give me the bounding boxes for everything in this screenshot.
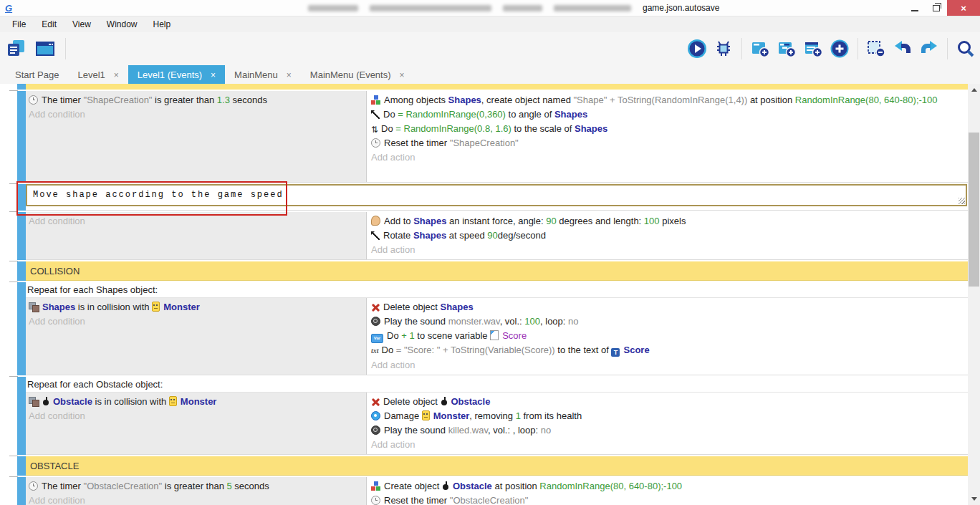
add-comment-button[interactable]	[802, 38, 824, 59]
text-segment: an instant force, angle:	[446, 216, 546, 226]
scene-editor-button[interactable]	[34, 38, 56, 59]
events-sheet: The timer "ShapeCreation" is greater tha…	[0, 84, 968, 505]
redo-button[interactable]	[918, 38, 940, 59]
action[interactable]: Add to Shapes an instant force, angle: 9…	[371, 214, 964, 229]
event-selection-bar[interactable]	[17, 261, 26, 281]
tab-label: Level1 (Events)	[138, 69, 202, 80]
event-selection-bar[interactable]	[17, 377, 26, 455]
repeat-event-header[interactable]: Repeat for each Shapes object:	[26, 282, 968, 298]
action[interactable]: Play the sound monster.wav, vol.: 100, l…	[371, 314, 964, 329]
comment-banner[interactable]: COLLISION	[26, 261, 968, 281]
actions-column[interactable]: Among objects Shapes, create object name…	[366, 91, 968, 182]
event-selection-bar[interactable]	[17, 456, 26, 476]
text-segment: Reset the timer	[384, 495, 450, 505]
menu-help[interactable]: Help	[145, 16, 179, 32]
text-segment: "ShapeCreation"	[450, 138, 519, 148]
scrollbar-up-button[interactable]	[968, 84, 980, 96]
close-button[interactable]: ×	[947, 0, 980, 16]
tab-close-icon[interactable]: ×	[114, 70, 119, 80]
conditions-column[interactable]: The timer "ShapeCreation" is greater tha…	[26, 91, 366, 182]
action[interactable]: Delete object Obstacle	[371, 395, 964, 409]
condition[interactable]: Obstacle is in collision with Monster	[29, 395, 362, 409]
add-condition-button[interactable]: Add condition	[29, 409, 362, 423]
event-selection-bar[interactable]	[17, 91, 26, 183]
repeat-event-header[interactable]: Repeat for each Obstacle object:	[26, 377, 968, 393]
add-condition-button[interactable]: Add condition	[29, 494, 362, 505]
tab-mainmenu-events[interactable]: MainMenu (Events) ×	[301, 65, 414, 85]
add-action-button[interactable]: Add action	[371, 358, 964, 372]
add-condition-button[interactable]: Add condition	[29, 314, 362, 329]
conditions-column[interactable]: The timer "ObstacleCreation" is greater …	[26, 477, 366, 505]
event-selection-bar[interactable]	[17, 84, 26, 90]
tab-start-page[interactable]: Start Page	[6, 65, 68, 85]
tab-mainmenu[interactable]: MainMenu ×	[225, 65, 301, 85]
tab-level1[interactable]: Level1 ×	[68, 65, 128, 85]
text-segment: 100	[524, 316, 540, 327]
add-action-button[interactable]: Add action	[371, 438, 964, 452]
restore-button[interactable]	[926, 0, 947, 16]
event-selection-bar[interactable]	[17, 282, 26, 375]
tab-label: MainMenu	[234, 69, 278, 80]
action[interactable]: Delete object Shapes	[371, 300, 964, 314]
scrollbar-thumb[interactable]	[969, 133, 979, 287]
text-segment: Play the sound	[384, 316, 448, 327]
play-button[interactable]	[686, 38, 708, 59]
undo-button[interactable]	[892, 38, 913, 59]
tab-close-icon[interactable]: ×	[400, 70, 405, 80]
text-segment: = RandomInRange(0,360)	[398, 109, 506, 120]
remove-event-button[interactable]	[865, 38, 887, 59]
tab-level1-events[interactable]: Level1 (Events) ×	[128, 65, 225, 85]
timer-icon	[29, 95, 38, 105]
conditions-column[interactable]: Add condition	[26, 212, 366, 259]
menu-view[interactable]: View	[64, 16, 99, 32]
action[interactable]: Damage Monster, removing 1 from its heal…	[371, 409, 964, 423]
action[interactable]: Create object Obstacle at position Rando…	[371, 479, 964, 494]
action[interactable]: Reset the timer "ObstacleCreation"	[371, 494, 964, 505]
conditions-column[interactable]: Shapes is in collision with MonsterAdd c…	[26, 298, 366, 375]
add-subevent-button[interactable]	[776, 38, 797, 59]
debug-button[interactable]	[713, 38, 734, 59]
action[interactable]: ⇅Do = RandomInRange(0.8, 1.6) to the sca…	[371, 122, 964, 136]
vertical-scrollbar[interactable]	[968, 84, 980, 505]
text-segment: Shapes	[441, 302, 474, 312]
event-selection-bar[interactable]	[17, 477, 26, 505]
minimize-button[interactable]	[904, 0, 926, 16]
event-selection-bar[interactable]	[17, 184, 26, 211]
condition[interactable]: Shapes is in collision with Monster	[29, 300, 362, 314]
menu-window[interactable]: Window	[99, 16, 145, 32]
add-event-button[interactable]	[749, 38, 771, 59]
add-condition-button[interactable]: Add condition	[29, 107, 362, 122]
event-selection-bar[interactable]	[17, 212, 26, 260]
actions-column[interactable]: Add to Shapes an instant force, angle: 9…	[366, 212, 968, 259]
add-action-button[interactable]: Add action	[371, 243, 964, 257]
actions-column[interactable]: Create object Obstacle at position Rando…	[366, 477, 968, 505]
action[interactable]: Do = RandomInRange(0,360) to angle of Sh…	[371, 107, 964, 122]
action[interactable]: Among objects Shapes, create object name…	[371, 93, 964, 107]
actions-column[interactable]: Delete object ShapesPlay the sound monst…	[366, 298, 968, 375]
add-condition-button[interactable]: Add condition	[29, 214, 362, 229]
close-icon: ×	[961, 3, 966, 14]
text-segment: , vol.:	[500, 316, 525, 327]
add-action-button[interactable]: Add action	[371, 150, 964, 165]
action[interactable]: Play the sound killed.wav, vol.: , loop:…	[371, 423, 964, 438]
comment-banner[interactable]: OBSTACLE	[26, 456, 968, 476]
action[interactable]: VarDo + 1 to scene variable Score	[371, 329, 964, 343]
scrollbar-down-button[interactable]	[968, 493, 980, 505]
condition[interactable]: The timer "ShapeCreation" is greater tha…	[29, 93, 362, 107]
conditions-column[interactable]: Obstacle is in collision with MonsterAdd…	[26, 393, 366, 454]
project-manager-button[interactable]	[6, 38, 27, 59]
tab-close-icon[interactable]: ×	[211, 70, 216, 80]
search-button[interactable]	[955, 38, 976, 59]
action[interactable]: Rotate Shapes at speed 90deg/second	[371, 229, 964, 243]
menu-edit[interactable]: Edit	[34, 16, 64, 32]
comment-banner-partial[interactable]	[26, 84, 968, 90]
action[interactable]: txtDo = "Score: " + ToString(Variable(Sc…	[371, 343, 964, 358]
condition[interactable]: The timer "ObstacleCreation" is greater …	[29, 479, 362, 494]
menu-file[interactable]: File	[4, 16, 34, 32]
add-circle-button[interactable]	[829, 38, 850, 59]
actions-column[interactable]: Delete object ObstacleDamage Monster, re…	[366, 393, 968, 454]
comment-edit-textarea[interactable]: Move shape according to the game speed	[26, 184, 967, 206]
action[interactable]: Reset the timer "ShapeCreation"	[371, 136, 964, 150]
text-segment: at speed	[446, 230, 487, 241]
tab-close-icon[interactable]: ×	[287, 70, 292, 80]
